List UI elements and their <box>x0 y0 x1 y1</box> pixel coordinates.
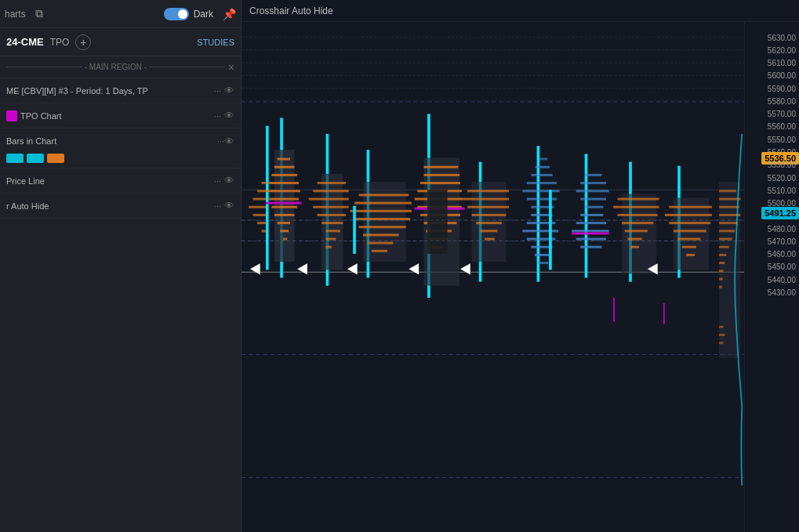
svg-rect-43 <box>318 214 346 216</box>
bars-more[interactable]: ··· <box>217 136 224 146</box>
price-scale: 5630.00 5620.00 5610.00 5600.00 5590.00 … <box>744 22 799 532</box>
study-eye-crosshair[interactable]: 👁 <box>224 200 234 212</box>
svg-rect-84 <box>481 230 498 232</box>
svg-rect-120 <box>622 222 653 224</box>
svg-rect-26 <box>271 174 297 176</box>
study-eye-price-line[interactable]: 👁 <box>224 175 234 186</box>
svg-rect-113 <box>585 174 602 176</box>
duplicate-icon[interactable]: ⧉ <box>32 5 46 22</box>
study-eye-data[interactable]: 👁 <box>224 85 234 96</box>
study-more-data[interactable]: ··· <box>214 86 221 96</box>
svg-rect-152 <box>719 342 723 344</box>
svg-rect-20 <box>257 222 266 224</box>
price-5630: 5630.00 <box>768 33 796 42</box>
bars-eye[interactable]: 👁 <box>224 136 234 147</box>
study-item-price-line[interactable]: Price Line ··· 👁 <box>0 168 241 194</box>
price-5520: 5520.00 <box>768 173 796 182</box>
svg-rect-90 <box>522 230 558 232</box>
svg-rect-80 <box>463 197 509 200</box>
symbol-type[interactable]: TPO <box>50 37 70 48</box>
svg-rect-132 <box>682 246 696 248</box>
svg-rect-24 <box>278 157 290 160</box>
svg-rect-96 <box>527 197 557 200</box>
svg-rect-56 <box>363 233 399 236</box>
svg-rect-145 <box>719 254 726 256</box>
svg-rect-107 <box>576 238 606 241</box>
symbol-bar: 24-CME TPO + STUDIES <box>0 28 241 56</box>
bar-swatch-2 <box>27 154 44 163</box>
svg-rect-76 <box>427 190 448 254</box>
svg-rect-101 <box>539 157 547 160</box>
price-5620: 5620.00 <box>768 45 796 54</box>
svg-rect-128 <box>665 214 712 216</box>
svg-rect-25 <box>274 166 295 168</box>
region-line-left <box>6 67 82 67</box>
svg-rect-83 <box>476 222 502 224</box>
study-item-tpo[interactable]: TPO Chart ··· 👁 <box>0 103 241 128</box>
svg-rect-44 <box>321 222 343 224</box>
dark-label: Dark <box>194 9 213 20</box>
price-5610: 5610.00 <box>768 59 796 67</box>
dark-mode-toggle[interactable]: Dark <box>164 8 213 20</box>
symbol-name: 24-CME <box>6 36 44 48</box>
svg-rect-111 <box>576 190 609 192</box>
svg-rect-63 <box>424 166 459 168</box>
price-5450: 5450.00 <box>768 262 796 271</box>
study-label-tpo: TPO Chart <box>20 111 211 121</box>
price-5600: 5600.00 <box>768 71 796 80</box>
study-label-data: ME [CBV][M] #3 - Period: 1 Days, TP <box>6 86 211 96</box>
price-5480: 5480.00 <box>768 224 796 233</box>
svg-rect-46 <box>326 238 336 241</box>
pin-icon[interactable]: 📌 <box>223 8 236 20</box>
chart-area: Crosshair Auto Hide <box>242 0 799 532</box>
svg-rect-129 <box>669 222 710 224</box>
svg-rect-139 <box>719 206 739 208</box>
svg-rect-127 <box>669 206 712 208</box>
svg-rect-117 <box>618 197 659 200</box>
svg-rect-121 <box>625 230 648 232</box>
chart-canvas[interactable] <box>242 22 744 532</box>
svg-rect-34 <box>283 238 287 241</box>
svg-rect-98 <box>527 182 557 184</box>
toggle-switch[interactable] <box>164 8 189 20</box>
studies-button[interactable]: STUDIES <box>197 38 234 47</box>
study-more-tpo[interactable]: ··· <box>214 111 221 121</box>
study-label-crosshair: r Auto Hide <box>6 201 211 211</box>
add-study-button[interactable]: + <box>75 34 91 50</box>
svg-rect-105 <box>576 222 606 224</box>
svg-rect-58 <box>372 250 387 252</box>
svg-rect-123 <box>630 246 639 248</box>
svg-rect-143 <box>719 238 732 241</box>
price-5580: 5580.00 <box>768 96 796 105</box>
svg-rect-31 <box>274 214 295 216</box>
chart-body[interactable]: 5630.00 5620.00 5610.00 5600.00 5590.00 … <box>242 22 799 532</box>
svg-rect-119 <box>618 214 658 216</box>
svg-rect-17 <box>253 197 266 200</box>
tpo-color-swatch <box>6 110 17 121</box>
svg-rect-118 <box>613 206 659 208</box>
cyan-price-label: 5491.25 <box>761 207 799 219</box>
study-item-crosshair[interactable]: r Auto Hide ··· 👁 <box>0 194 241 219</box>
region-collapse-icon[interactable]: × <box>228 61 234 74</box>
study-eye-tpo[interactable]: 👁 <box>224 110 234 121</box>
svg-rect-29 <box>269 197 299 200</box>
svg-rect-85 <box>485 238 495 241</box>
svg-rect-65 <box>420 182 460 184</box>
svg-rect-21 <box>262 230 266 232</box>
study-more-price-line[interactable]: ··· <box>214 176 221 186</box>
svg-rect-112 <box>580 182 606 184</box>
svg-rect-134 <box>663 303 665 324</box>
svg-rect-133 <box>686 254 695 256</box>
svg-rect-57 <box>367 242 393 244</box>
svg-rect-41 <box>309 197 349 200</box>
study-item-data[interactable]: ME [CBV][M] #3 - Period: 1 Days, TP ··· … <box>0 78 241 103</box>
price-5430: 5430.00 <box>768 288 796 297</box>
price-5550: 5550.00 <box>768 135 796 143</box>
svg-rect-47 <box>326 246 332 248</box>
study-more-crosshair[interactable]: ··· <box>214 201 221 211</box>
svg-rect-64 <box>424 174 460 176</box>
svg-rect-30 <box>271 206 297 208</box>
svg-rect-94 <box>538 262 548 264</box>
svg-rect-93 <box>535 254 549 256</box>
chart-header: Crosshair Auto Hide <box>242 0 799 22</box>
